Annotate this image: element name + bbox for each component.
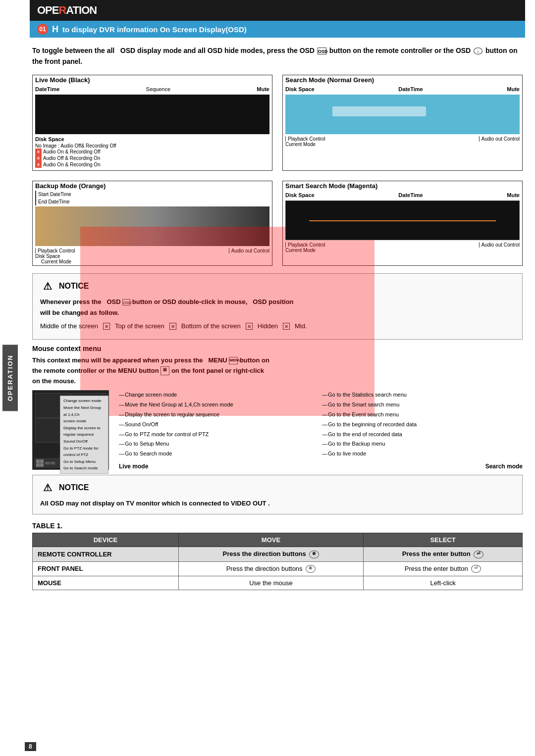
move-remote: Press the direction buttons ⊕ xyxy=(178,547,363,562)
select-fp-text: Press the enter button xyxy=(405,565,468,572)
live-item-4: Go to PTZ mode for control of PTZ xyxy=(119,430,320,440)
smart-datetime: DateTime xyxy=(398,192,423,198)
table-row-front-panel: FRONT PANEL Press the direction buttons … xyxy=(33,561,523,576)
smart-audio-out: Audio out Control xyxy=(479,242,520,253)
start-dt-label: Start DateTime xyxy=(35,191,269,198)
body-content: To toggle between the all OSD display mo… xyxy=(30,38,525,598)
header-h-letter: H xyxy=(52,24,58,35)
table-title: TABLE 1. xyxy=(32,522,523,530)
cm-item-4: Go to PTZ mode for control of PTZ xyxy=(63,445,105,458)
search-playback: Playback Control Current Mode xyxy=(285,136,325,147)
search-item-3: Go to the beginning of recorded data xyxy=(322,420,523,430)
audio-icon-2: 8 xyxy=(35,155,42,161)
pb-control-text: Playback Control xyxy=(288,136,325,142)
search-item-4: Go to the end of recorded data xyxy=(322,430,523,440)
section-icon: 01 xyxy=(37,24,48,35)
header-sub-text: to display DVR information On Screen Dis… xyxy=(62,25,247,34)
move-front-panel: Press the direction buttons ⊕ xyxy=(178,561,363,576)
intro-paragraph: To toggle between the all OSD display mo… xyxy=(32,45,523,67)
fp-direction-icon: ⊕ xyxy=(306,565,316,573)
select-mouse: Left-click xyxy=(364,576,523,590)
search-mode-label: Search mode xyxy=(485,463,523,470)
header-subtitle: 01 H to display DVR information On Scree… xyxy=(30,21,525,38)
backup-highlight xyxy=(80,227,374,416)
search-mute: Mute xyxy=(507,86,520,92)
search-item-5: Go to the Backup menu xyxy=(322,439,523,449)
cm-item-3: Sound On/Off xyxy=(63,438,105,445)
backup-pb-text: Playback Control xyxy=(38,248,75,253)
select-front-panel: Press the enter button ⏎ xyxy=(364,561,523,576)
table-section: TABLE 1. DEVICE MOVE SELECT REMOTE CONTR… xyxy=(32,522,523,590)
live-items-list: Change screen mode Move the Next Group a… xyxy=(119,390,320,459)
search-disk-space: Disk Space xyxy=(285,86,315,92)
status-time: 00:00 xyxy=(45,461,55,465)
header-top-bar: OPERATION xyxy=(30,0,525,21)
live-item-0: Change screen mode xyxy=(119,390,320,400)
backup-disk-space: Disk Space xyxy=(35,253,60,259)
live-item-6: Go to Search mode xyxy=(119,449,320,459)
intro-text-2: button on the remote controller or the O… xyxy=(329,47,471,54)
backup-current-mode: Current Mode xyxy=(35,259,71,264)
fp-enter-icon: ⏎ xyxy=(471,565,481,573)
live-mode-items-col: Change screen mode Move the Next Group a… xyxy=(119,390,320,459)
search-playback-label: Playback Control Current Mode xyxy=(285,136,325,147)
context-menu-popup: Change screen mode Move the Next Group a… xyxy=(60,396,108,474)
status-grid-icon xyxy=(36,459,44,467)
notice-icon-2: ⚠ xyxy=(40,480,55,495)
backup-screen xyxy=(35,206,269,246)
cm-item-1b: screen mode xyxy=(63,418,105,425)
audio-item-2: 8 Audio Off & Recording On xyxy=(35,155,269,161)
search-mode-header-row: Disk Space DateTime Mute xyxy=(283,85,522,94)
device-front-panel: FRONT PANEL xyxy=(33,561,179,576)
osd-diagrams-grid: Live Mode (Black) DateTime Sequence Mute… xyxy=(32,75,523,266)
search-footer: Playback Control Current Mode Audio out … xyxy=(283,135,522,148)
search-mode-title: Search Mode (Normal Green) xyxy=(283,75,522,85)
context-menu-screenshot: Change screen mode Move the Next Group a… xyxy=(32,390,109,470)
smart-audio-out-label: Audio out Control xyxy=(479,242,520,248)
live-mode-title: Live Mode (Black) xyxy=(33,75,272,85)
cm-item-1: Move the Next Group at 1,4,Ch xyxy=(63,404,105,418)
backup-mode-box: Backup Mode (Orange) Start DateTime End … xyxy=(32,181,272,266)
backup-pb-label: Playback Control xyxy=(35,248,75,253)
intro-text-1: To toggle between the all OSD display mo… xyxy=(32,47,315,54)
sidebar-label: OPERATION xyxy=(2,345,18,411)
smart-search-title: Smart Search Mode (Magenta) xyxy=(283,181,522,191)
live-disk-space: Disk Space xyxy=(33,135,272,143)
search-items-list: Go to the Statistics search menu Go to t… xyxy=(322,390,523,459)
audio-label-1: Audio On & Recording Off xyxy=(43,149,100,154)
search-audio-label: Audio out Control xyxy=(479,136,520,142)
table-row-mouse: MOUSE Use the mouse Left-click xyxy=(33,576,523,590)
smart-screen xyxy=(285,201,520,240)
osd-icon-inline-2: ○ xyxy=(474,48,482,54)
col-header-select: SELECT xyxy=(364,533,523,547)
smart-mute: Mute xyxy=(507,192,520,198)
select-remote: Press the enter button ⏎ xyxy=(364,547,523,562)
current-mode-text: Current Mode xyxy=(285,142,316,147)
audio-label-2: Audio Off & Recording On xyxy=(43,155,100,161)
notice-icon-1: ⚠ xyxy=(40,279,55,294)
audio-item-3: 8 Audio On & Recording On xyxy=(35,161,269,168)
move-fp-text: Press the direction buttons xyxy=(226,565,303,572)
device-table: DEVICE MOVE SELECT REMOTE CONTROLLER Pre… xyxy=(32,533,523,590)
audio-icon-3: 8 xyxy=(35,161,42,168)
search-item-2: Go to the Event search menu xyxy=(322,410,523,420)
logo-text: OPERATION xyxy=(37,4,97,17)
smart-search-highlight-line xyxy=(309,220,496,221)
live-mute: Mute xyxy=(257,86,269,92)
device-remote: REMOTE CONTROLLER xyxy=(33,547,179,562)
cm-item-2: Display the screen to regular sequence xyxy=(63,425,105,438)
select-remote-text: Press the enter button xyxy=(402,550,471,557)
cm-mode-labels: Live mode Search mode xyxy=(119,463,523,470)
smart-disk-space: Disk Space xyxy=(285,192,315,198)
notice-2-title: NOTICE xyxy=(59,483,89,492)
notice-2-header: ⚠ NOTICE xyxy=(40,480,515,495)
live-audio-list: No Image : Audio Off& Recording Off 8 Au… xyxy=(33,143,272,170)
live-item-1: Move the Next Group at 1,4,Ch screen mod… xyxy=(119,400,320,410)
live-mode-label: Live mode xyxy=(119,463,148,470)
sg-1 xyxy=(36,459,40,463)
direction-icon: ⊕ xyxy=(309,551,319,558)
main-content: OPERATION 01 H to display DVR informatio… xyxy=(20,0,535,607)
search-item-1: Go to the Smart search menu xyxy=(322,400,523,410)
live-mode-header-row: DateTime Sequence Mute xyxy=(33,85,272,94)
notice-2-body: All OSD may not display on TV monitor wh… xyxy=(40,500,270,507)
